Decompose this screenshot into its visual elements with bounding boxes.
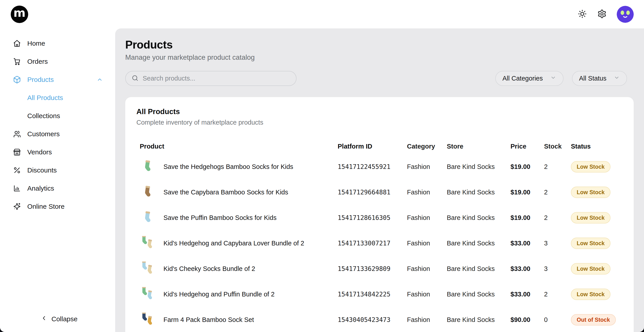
table-row[interactable]: Kid's Hedgehog and Puffin Bundle of 2 15… [136,281,622,307]
platform-id-cell: 15417133007217 [338,240,407,247]
cart-icon [13,58,21,66]
store-cell: Bare Kind Socks [447,265,510,272]
gear-icon [597,9,607,19]
sidebar-item-orders[interactable]: Orders [0,52,115,71]
product-thumbnail [140,312,154,327]
filters-row: All Categories All Status [125,71,634,86]
status-badge: Low Stock [571,212,610,223]
table-row[interactable]: Farm 4 Pack Bamboo Sock Set 154304054234… [136,307,622,332]
platform-id-cell: 15417133629809 [338,265,407,272]
all-products-card: All Products Complete inventory of marke… [125,97,634,332]
sun-icon [578,9,587,19]
store-cell: Bare Kind Socks [447,163,510,170]
table-row[interactable]: Save the Hedgehogs Bamboo Socks for Kids… [136,154,622,179]
price-cell: $19.00 [510,214,544,221]
status-badge: Low Stock [571,187,610,198]
page-title: Products [125,38,634,51]
product-name: Kid's Hedgehog and Puffin Bundle of 2 [164,291,274,298]
search-input[interactable] [143,75,290,82]
product-thumbnail [140,210,154,225]
sidebar-item-home[interactable]: Home [0,34,115,52]
users-icon [13,130,21,138]
brand-logo[interactable]: m [11,6,28,23]
chevron-left-icon [41,315,48,323]
chevron-down-icon [614,75,620,82]
store-cell: Bare Kind Socks [447,291,510,298]
table-row[interactable]: Kid's Hedgehog and Capybara Lover Bundle… [136,230,622,256]
column-header-platform-id: Platform ID [338,143,407,150]
column-header-product: Product [136,143,338,150]
stock-cell: 0 [544,316,571,323]
price-cell: $90.00 [510,316,544,323]
store-cell: Bare Kind Socks [447,240,510,247]
home-icon [13,39,21,48]
product-thumbnail [140,236,154,250]
settings-button[interactable] [597,10,607,19]
category-filter-dropdown[interactable]: All Categories [495,71,564,86]
product-thumbnail [140,261,154,276]
sidebar-item-all-products[interactable]: All Products [0,89,115,107]
category-cell: Fashion [407,291,447,298]
store-cell: Bare Kind Socks [447,316,510,323]
product-name: Save the Hedgehogs Bamboo Socks for Kids [164,163,293,170]
page-subtitle: Manage your marketplace product catalog [125,54,634,62]
topbar: m [0,0,644,29]
status-badge: Low Stock [571,263,610,274]
sidebar-item-online-store[interactable]: Online Store [0,197,115,215]
status-badge: Out of Stock [571,314,616,325]
price-cell: $19.00 [510,163,544,170]
sidebar-item-discounts[interactable]: Discounts [0,161,115,179]
category-cell: Fashion [407,163,447,170]
package-icon [13,76,21,84]
user-avatar[interactable] [617,6,634,23]
category-cell: Fashion [407,316,447,323]
column-header-category: Category [407,143,447,150]
product-name: Save the Puffin Bamboo Socks for Kids [164,214,276,221]
card-subtitle: Complete inventory of marketplace produc… [136,119,622,126]
percent-icon [13,166,21,174]
price-cell: $33.00 [510,240,544,247]
sidebar-item-customers[interactable]: Customers [0,125,115,143]
sidebar-item-analytics[interactable]: Analytics [0,179,115,197]
product-name: Kid's Hedgehog and Capybara Lover Bundle… [164,240,304,247]
store-cell: Bare Kind Socks [447,189,510,196]
theme-toggle-button[interactable] [577,10,587,19]
table-row[interactable]: Kid's Cheeky Socks Bundle of 2 154171336… [136,256,622,281]
app-window: m Home Orders [0,0,644,332]
avatar-face-icon [617,20,634,23]
collapse-sidebar-button[interactable]: Collapse [0,315,115,323]
sparkles-icon [13,202,21,210]
chart-icon [13,184,21,192]
sidebar-item-vendors[interactable]: Vendors [0,143,115,161]
status-badge: Low Stock [571,289,610,300]
product-thumbnail [140,287,154,301]
search-icon [132,75,139,83]
collapse-label: Collapse [52,315,78,323]
product-thumbnail [140,160,154,174]
body-row: Home Orders Products All Products Collec… [0,29,644,332]
platform-id-cell: 15417122455921 [338,163,407,170]
column-header-price: Price [510,143,544,150]
store-icon [13,148,21,156]
price-cell: $33.00 [510,291,544,298]
brand-logo-letter: m [14,7,26,19]
column-header-store: Store [447,143,510,150]
chevron-up-icon [96,76,103,83]
status-filter-dropdown[interactable]: All Status [572,71,627,86]
status-badge: Low Stock [571,161,610,172]
table-row[interactable]: Save the Capybara Bamboo Socks for Kids … [136,179,622,205]
sidebar: Home Orders Products All Products Collec… [0,29,115,332]
sidebar-item-collections[interactable]: Collections [0,107,115,125]
table-header: ProductPlatform IDCategoryStorePriceStoc… [136,139,622,154]
product-thumbnail [140,185,154,199]
main-content: Products Manage your marketplace product… [115,29,644,332]
stock-cell: 2 [544,163,571,170]
category-cell: Fashion [407,214,447,221]
category-cell: Fashion [407,240,447,247]
card-title: All Products [136,107,622,116]
stock-cell: 3 [544,240,571,247]
sidebar-item-products[interactable]: Products [0,71,115,89]
table-row[interactable]: Save the Puffin Bamboo Socks for Kids 15… [136,205,622,230]
stock-cell: 2 [544,189,571,196]
stock-cell: 2 [544,214,571,221]
